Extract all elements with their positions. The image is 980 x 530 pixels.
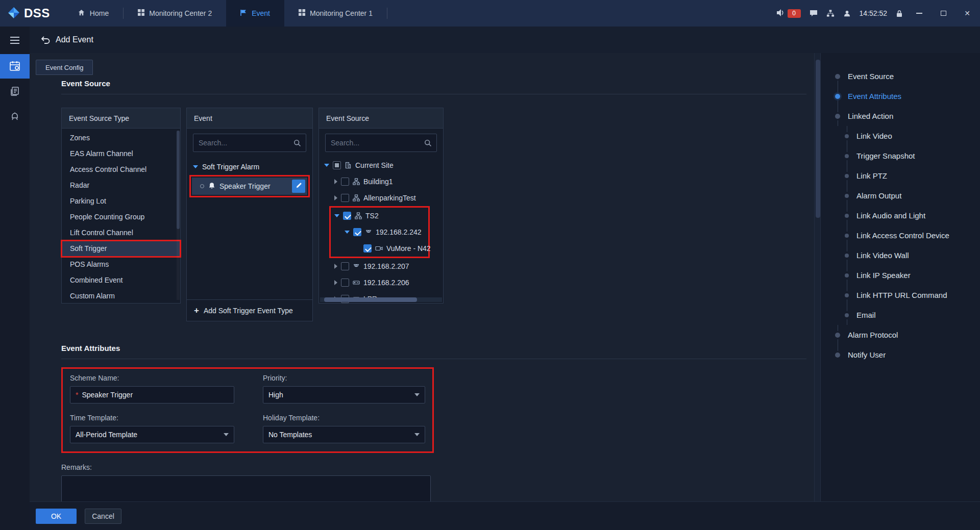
tab-home[interactable]: Home bbox=[63, 0, 123, 27]
grid-icon bbox=[138, 9, 144, 17]
scrollbar-thumb[interactable] bbox=[177, 131, 180, 229]
priority-select[interactable]: High bbox=[263, 386, 425, 403]
panel-scrollbar[interactable] bbox=[177, 131, 180, 300]
tree-row-building1[interactable]: Building1 bbox=[319, 173, 443, 190]
tab-event[interactable]: Event bbox=[226, 0, 284, 27]
sitemap-icon[interactable] bbox=[826, 9, 835, 17]
minimize-button[interactable] bbox=[912, 0, 927, 27]
scrollbar-thumb[interactable] bbox=[816, 60, 820, 218]
tab-event-config[interactable]: Event Config bbox=[36, 60, 93, 75]
collapse-arrow-icon[interactable] bbox=[334, 195, 337, 200]
edit-event-button[interactable] bbox=[292, 180, 305, 193]
add-soft-trigger-event-type-button[interactable]: + Add Soft Trigger Event Type bbox=[187, 299, 312, 321]
section-title-event-source: Event Source bbox=[61, 75, 806, 94]
volume-button[interactable]: 0 bbox=[776, 9, 801, 18]
tab-label: Monitoring Center 1 bbox=[310, 9, 373, 17]
checkbox-unchecked[interactable] bbox=[341, 279, 349, 287]
source-type-item-lift-control-channel[interactable]: Lift Control Channel bbox=[62, 225, 180, 241]
source-type-item-soft-trigger[interactable]: Soft Trigger bbox=[62, 241, 180, 257]
anchor-item-link-video[interactable]: Link Video bbox=[821, 126, 980, 146]
tree-row-192-168-2-242[interactable]: 192.168.2.242 bbox=[331, 224, 428, 240]
source-type-item-parking-lot[interactable]: Parking Lot bbox=[62, 193, 180, 209]
tree-row-ts2[interactable]: TS2 bbox=[331, 208, 428, 224]
source-search-input[interactable] bbox=[325, 134, 437, 152]
ok-button[interactable]: OK bbox=[36, 509, 77, 524]
event-source-type-panel: Event Source Type Zones EAS Alarm Channe… bbox=[61, 108, 181, 304]
anchor-item-event-attributes[interactable]: Event Attributes bbox=[821, 86, 980, 106]
source-type-item-radar[interactable]: Radar bbox=[62, 178, 180, 193]
anchor-item-link-ip-speaker[interactable]: Link IP Speaker bbox=[821, 265, 980, 285]
lock-icon[interactable] bbox=[896, 10, 903, 17]
cancel-button[interactable]: Cancel bbox=[85, 509, 121, 524]
expand-arrow-icon[interactable] bbox=[324, 164, 329, 167]
event-flag-icon bbox=[240, 9, 247, 18]
checkbox-checked[interactable] bbox=[343, 212, 351, 220]
checkbox-unchecked[interactable] bbox=[341, 262, 349, 270]
maximize-button[interactable] bbox=[936, 0, 951, 27]
sidebar-item-alarm-controller[interactable] bbox=[0, 105, 30, 130]
sidebar-item-records[interactable] bbox=[0, 80, 30, 104]
anchor-item-link-ptz[interactable]: Link PTZ bbox=[821, 166, 980, 186]
scrollbar-thumb[interactable] bbox=[324, 297, 417, 302]
tree-group-soft-trigger-alarm[interactable]: Soft Trigger Alarm bbox=[187, 159, 312, 174]
source-type-item-pos-alarms[interactable]: POS Alarms bbox=[62, 257, 180, 272]
tree-row-192-168-2-206[interactable]: 192.168.2.206 bbox=[319, 274, 443, 291]
message-icon[interactable] bbox=[810, 9, 818, 17]
logo-text: DSS bbox=[24, 6, 50, 20]
tree-item-speaker-trigger[interactable]: Speaker Trigger bbox=[192, 178, 307, 195]
anchor-item-link-http-url-command[interactable]: Link HTTP URL Command bbox=[821, 285, 980, 305]
checkbox-checked[interactable] bbox=[363, 244, 372, 253]
tree-row-allenparkingtest[interactable]: AllenparkingTest bbox=[319, 190, 443, 206]
dss-application: DSS Home Monitoring Center 2 Event bbox=[0, 0, 980, 530]
source-type-item-custom-alarm[interactable]: Custom Alarm bbox=[62, 288, 180, 304]
speaker-icon bbox=[776, 9, 785, 18]
menu-toggle-button[interactable] bbox=[0, 32, 30, 49]
anchor-item-linked-action[interactable]: Linked Action bbox=[821, 106, 980, 126]
pencil-icon bbox=[296, 182, 302, 190]
anchor-item-email[interactable]: Email bbox=[821, 305, 980, 325]
time-template-select[interactable]: All-Period Template bbox=[70, 426, 234, 443]
anchor-item-event-source[interactable]: Event Source bbox=[821, 66, 980, 86]
anchor-item-link-access-control-device[interactable]: Link Access Control Device bbox=[821, 225, 980, 245]
checkbox-partial[interactable] bbox=[333, 161, 341, 169]
expand-arrow-icon[interactable] bbox=[345, 231, 350, 234]
collapse-arrow-icon[interactable] bbox=[334, 179, 337, 184]
source-type-item-zones[interactable]: Zones bbox=[62, 130, 180, 146]
anchor-item-alarm-protocol[interactable]: Alarm Protocol bbox=[821, 325, 980, 345]
anchor-dot-icon bbox=[835, 74, 840, 79]
section-title-event-attributes: Event Attributes bbox=[61, 340, 806, 359]
source-type-item-people-counting-group[interactable]: People Counting Group bbox=[62, 209, 180, 225]
tree-row-vumore-n42[interactable]: VuMore - N42 bbox=[331, 240, 428, 257]
anchor-item-alarm-output[interactable]: Alarm Output bbox=[821, 186, 980, 206]
sidebar-item-event-config[interactable] bbox=[0, 54, 30, 79]
scheme-name-input[interactable] bbox=[82, 391, 229, 399]
checkbox-unchecked[interactable] bbox=[341, 178, 349, 186]
source-type-item-eas-alarm-channel[interactable]: EAS Alarm Channel bbox=[62, 146, 180, 162]
tree-row-192-168-2-207[interactable]: 192.168.2.207 bbox=[319, 258, 443, 274]
expand-arrow-icon[interactable] bbox=[193, 165, 198, 168]
horizontal-scrollbar[interactable] bbox=[320, 297, 442, 302]
anchor-dot-icon bbox=[845, 234, 849, 238]
anchor-item-link-video-wall[interactable]: Link Video Wall bbox=[821, 245, 980, 265]
source-type-item-access-control-channel[interactable]: Access Control Channel bbox=[62, 162, 180, 178]
tab-monitoring-center-2[interactable]: Monitoring Center 2 bbox=[124, 0, 226, 27]
collapse-arrow-icon[interactable] bbox=[334, 264, 337, 269]
close-button[interactable]: ✕ bbox=[960, 0, 975, 27]
back-button[interactable] bbox=[41, 36, 50, 44]
remarks-textarea[interactable] bbox=[61, 475, 431, 501]
expand-arrow-icon[interactable] bbox=[334, 214, 339, 217]
tab-monitoring-center-1[interactable]: Monitoring Center 1 bbox=[284, 0, 387, 27]
anchor-item-notify-user[interactable]: Notify User bbox=[821, 345, 980, 365]
checkbox-checked[interactable] bbox=[353, 228, 361, 236]
holiday-template-select[interactable]: No Templates bbox=[263, 426, 425, 443]
collapse-arrow-icon[interactable] bbox=[334, 280, 337, 285]
user-icon[interactable] bbox=[843, 10, 851, 17]
event-search-input[interactable] bbox=[193, 134, 306, 152]
tree-row-current-site[interactable]: Current Site bbox=[319, 157, 443, 173]
vertical-scrollbar[interactable] bbox=[814, 53, 821, 501]
anchor-item-link-audio-and-light[interactable]: Link Audio and Light bbox=[821, 206, 980, 225]
anchor-item-trigger-snapshot[interactable]: Trigger Snapshot bbox=[821, 146, 980, 166]
checkbox-unchecked[interactable] bbox=[341, 194, 349, 202]
source-type-item-combined-event[interactable]: Combined Event bbox=[62, 272, 180, 288]
search-icon bbox=[424, 139, 432, 148]
